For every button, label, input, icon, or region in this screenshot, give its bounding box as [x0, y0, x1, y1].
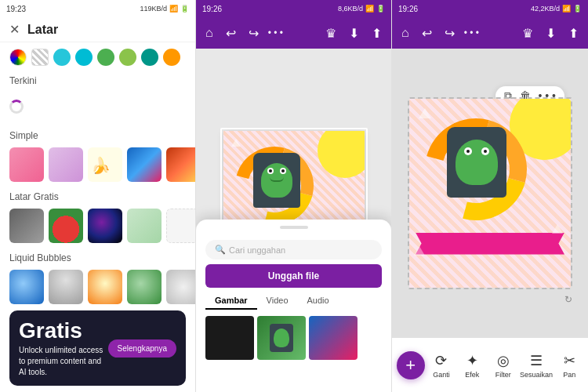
color-wheel[interactable]	[9, 49, 27, 66]
add-fab-button[interactable]: +	[397, 351, 425, 379]
pattern-icon[interactable]	[31, 49, 49, 66]
efek-label: Efek	[465, 371, 479, 379]
section-liquid-label: Liquid Bubbles	[0, 249, 195, 267]
media-thumb-frog[interactable]	[257, 316, 306, 360]
time-3: 19:26	[398, 5, 418, 13]
signal-icon-2: 📶	[365, 5, 374, 13]
tool-efek[interactable]: ✦ Efek	[458, 352, 486, 379]
drag-handle-area	[196, 220, 391, 232]
toolbar-2: ⌂ ↩ ↪ • • • ♛ ⬇ ⬆	[196, 17, 391, 49]
canvas3-wrapper: ⧉ 🗑 • • •	[408, 97, 572, 289]
refresh-icon-3[interactable]: ↻	[564, 294, 572, 305]
more-icon[interactable]: • • •	[268, 27, 283, 38]
tri-sm-2	[414, 246, 425, 256]
thumb-pink[interactable]	[9, 147, 44, 182]
frog-face	[261, 163, 292, 198]
thumb-galaxy[interactable]	[88, 209, 122, 243]
liquid-thumbs	[0, 267, 195, 310]
canvas3-bg	[408, 97, 572, 289]
promo-button[interactable]: Selengkapnya	[108, 339, 176, 358]
thumb-bubble1[interactable]	[9, 270, 44, 304]
more-icon-3[interactable]: • • •	[464, 27, 479, 38]
redo-icon[interactable]: ↪	[245, 24, 262, 42]
color-orange[interactable]	[163, 49, 180, 66]
thumb-bubble3[interactable]	[88, 270, 122, 304]
frog-eye-sm-left	[464, 147, 472, 155]
section-simple-label: Simple	[0, 127, 195, 144]
tool-ganti[interactable]: ⟳ Ganti	[427, 352, 456, 379]
thumb-leaf[interactable]	[127, 209, 162, 243]
status-icons-2: 8,6KB/d 📶 🔋	[338, 5, 385, 13]
home-icon-3[interactable]: ⌂	[398, 24, 412, 42]
frog-eyes-sm	[464, 147, 489, 155]
thumb-bubble2[interactable]	[49, 270, 83, 304]
pink-banner-sm	[416, 233, 564, 255]
promo-text-area: Gratis Unlock unlimited access to premiu…	[19, 318, 108, 378]
upload-file-button[interactable]: Unggah file	[205, 264, 382, 288]
crown-icon[interactable]: ♛	[322, 24, 339, 42]
status-bar-3: 19:26 42,2KB/d 📶 🔋	[392, 0, 588, 17]
frog-figure-sm	[447, 127, 506, 198]
art-canvas-sm	[409, 99, 571, 288]
pan-icon: ✂	[564, 352, 575, 369]
crown-icon-3[interactable]: ♛	[519, 24, 536, 42]
thumb-blue[interactable]	[127, 147, 162, 182]
loading-spinner	[9, 100, 24, 114]
promo-description: Unlock unlimited access to premium conte…	[19, 345, 108, 378]
canvas3-preview[interactable]	[408, 97, 572, 289]
tool-sesuaikan[interactable]: ☰ Sesuaikan	[520, 352, 553, 379]
share-icon[interactable]: ⬆	[368, 24, 385, 42]
search-bar: 🔍 Cari unggahan	[196, 232, 391, 264]
panel-canvas-full: 19:26 42,2KB/d 📶 🔋 ⌂ ↩ ↪ • • • ♛ ⬇ ⬆ ⧉ 🗑…	[392, 0, 588, 392]
color-lime[interactable]	[119, 49, 136, 66]
media-thumb-1[interactable]	[205, 316, 254, 360]
promo-banner: Gratis Unlock unlimited access to premiu…	[9, 310, 186, 386]
panel-latar: 19:23 119KB/d 📶 🔋 ✕ Latar Terkini Simple…	[0, 0, 196, 392]
tab-audio[interactable]: Audio	[298, 292, 339, 310]
tool-pan[interactable]: ✂ Pan	[555, 352, 583, 379]
search-input-box[interactable]: 🔍 Cari unggahan	[205, 240, 382, 260]
thumb-nature1[interactable]	[9, 209, 44, 243]
ganti-icon: ⟳	[435, 352, 447, 369]
battery-icon-3: 🔋	[573, 5, 582, 13]
share-icon-3[interactable]: ⬆	[565, 24, 582, 42]
tab-video[interactable]: Video	[257, 292, 298, 310]
tri-sm-3	[552, 224, 563, 234]
thumb-fire[interactable]	[166, 147, 196, 182]
undo-icon[interactable]: ↩	[223, 24, 239, 42]
filter-icon: ◎	[497, 352, 510, 369]
close-button[interactable]: ✕	[9, 22, 20, 37]
undo-icon-3[interactable]: ↩	[419, 24, 435, 42]
thumb-banana[interactable]: 🍌	[88, 147, 122, 182]
status-icons-3: 42,2KB/d 📶 🔋	[531, 5, 582, 13]
frog-eye-sm-right	[481, 147, 489, 155]
frog-eyes	[267, 168, 286, 174]
thumb-flower[interactable]	[49, 209, 83, 243]
gratis-label: Gratis	[19, 318, 108, 343]
color-green[interactable]	[97, 49, 114, 66]
media-thumb-abstract[interactable]	[309, 316, 358, 360]
home-icon[interactable]: ⌂	[202, 24, 216, 42]
sesuaikan-icon: ☰	[530, 352, 543, 369]
download-icon[interactable]: ⬇	[346, 24, 362, 42]
download-icon-3[interactable]: ⬇	[543, 24, 559, 42]
ganti-label: Ganti	[433, 371, 450, 379]
thumb-bubble5[interactable]	[166, 270, 196, 304]
thumb-bubble4[interactable]	[127, 270, 162, 304]
color-teal[interactable]	[53, 49, 71, 66]
tri-1	[231, 139, 241, 147]
redo-icon-3[interactable]: ↪	[441, 24, 458, 42]
frog-mouth	[270, 177, 284, 182]
tab-gambar[interactable]: Gambar	[205, 292, 257, 310]
toolbar-3: ⌂ ↩ ↪ • • • ♛ ⬇ ⬆	[392, 17, 588, 49]
data-info-2: 8,6KB/d	[338, 5, 363, 13]
sesuaikan-label: Sesuaikan	[520, 371, 553, 379]
color-cyan[interactable]	[75, 49, 93, 66]
color-teal2[interactable]	[141, 49, 158, 66]
add-icon: +	[405, 355, 416, 376]
tool-filter[interactable]: ◎ Filter	[489, 352, 517, 379]
thumb-lavender[interactable]	[49, 147, 83, 182]
thumb-empty[interactable]	[166, 209, 196, 243]
media-tabs: Gambar Video Audio	[196, 288, 391, 313]
gratis-thumbs	[0, 205, 195, 249]
